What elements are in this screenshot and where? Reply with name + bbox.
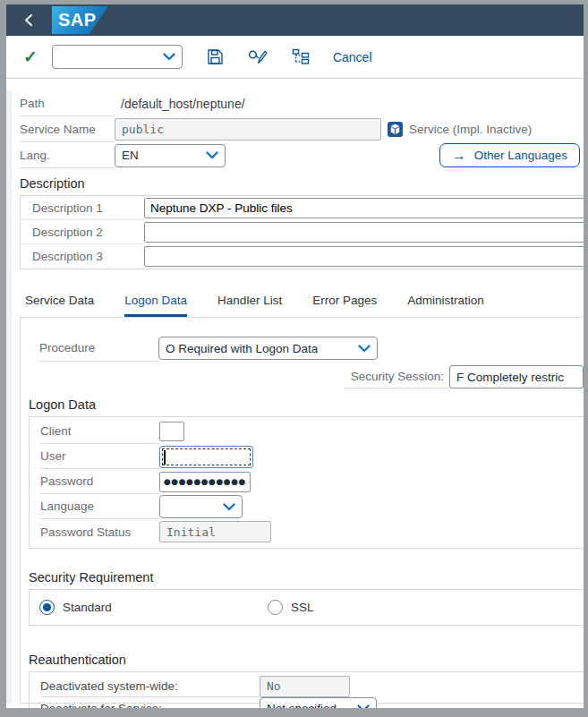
logon-data-section-title: Logon Data — [29, 397, 584, 417]
security-session-value: F Completely restric — [456, 371, 564, 384]
chevron-down-icon — [358, 345, 371, 353]
password-row: Password — [30, 469, 584, 494]
chevron-down-icon — [206, 151, 218, 159]
path-row: Path /default_host/neptune/ — [20, 90, 584, 116]
description-section-title: Description — [20, 176, 584, 196]
procedure-label: Procedure — [39, 335, 158, 362]
language-label: Language — [40, 494, 159, 519]
password-status-label: Password Status — [40, 519, 159, 544]
service-name-label: Service Name — [20, 116, 115, 142]
description-row-1: Description 1 — [21, 196, 584, 220]
header-form: Path /default_host/neptune/ Service Name… — [20, 90, 584, 168]
security-requirement-group: Standard SSL — [29, 590, 584, 626]
tab-strip: Service Data Logon Data Handler List Err… — [25, 294, 584, 317]
client-row: Client — [30, 419, 584, 444]
logon-data-group: Client User Password Language — [29, 417, 584, 549]
security-session-dropdown[interactable]: F Completely restric — [449, 365, 584, 388]
user-row: User — [30, 444, 584, 469]
text-caret — [164, 450, 166, 465]
description-group: Description 1 Description 2 Description … — [20, 196, 584, 269]
password-status-row: Password Status — [30, 519, 584, 544]
chevron-down-icon — [357, 704, 370, 713]
user-field[interactable] — [159, 446, 253, 468]
reauthentication-group: Deactivated system-wide: Deactivate for … — [29, 672, 584, 717]
client-label: Client — [40, 419, 159, 444]
tab-logon-data[interactable]: Logon Data — [124, 294, 187, 317]
description-row-3: Description 3 — [21, 244, 584, 269]
lang-dropdown[interactable]: EN — [115, 144, 226, 167]
language-row: Language — [30, 494, 584, 519]
security-session-row: Security Session: F Completely restric — [29, 365, 584, 388]
client-field[interactable] — [159, 422, 184, 441]
service-cube-icon — [388, 122, 403, 137]
radio-ssl-label: SSL — [291, 601, 314, 614]
shell-bar: SAP — [6, 4, 584, 36]
tab-service-data[interactable]: Service Data — [25, 294, 94, 317]
description-2-field[interactable] — [144, 222, 587, 243]
description-1-field[interactable] — [144, 198, 587, 218]
deactivate-service-dropdown[interactable]: Not specified — [260, 697, 377, 717]
other-languages-button[interactable]: → Other Languages — [439, 143, 580, 167]
language-dropdown[interactable] — [159, 495, 243, 518]
sap-logo-text: SAP — [58, 10, 97, 30]
radio-button[interactable] — [268, 600, 283, 615]
command-combobox[interactable] — [52, 45, 183, 69]
radio-button[interactable] — [39, 600, 55, 615]
back-button[interactable] — [17, 9, 40, 32]
logon-data-tab-panel: Procedure O Required with Logon Data Sec… — [20, 317, 584, 704]
reauthentication-section-title: Reauthentication — [29, 653, 584, 672]
tab-handler-list[interactable]: Handler List — [217, 294, 282, 317]
sap-logo: SAP — [52, 6, 108, 34]
radio-option-standard[interactable]: Standard — [39, 600, 268, 615]
description-1-label: Description 1 — [21, 196, 144, 220]
security-requirement-section-title: Security Requirement — [29, 570, 584, 590]
left-gutter — [6, 90, 12, 704]
service-name-row: Service Name Service (Impl. Inactive) — [20, 116, 584, 142]
chevron-left-icon — [23, 13, 35, 27]
other-languages-label: Other Languages — [474, 149, 567, 162]
system-wide-row: Deactivated system-wide: — [30, 675, 584, 697]
lang-dropdown-value: EN — [122, 149, 139, 162]
chevron-down-icon — [163, 53, 175, 61]
procedure-dropdown-value: O Required with Logon Data — [166, 342, 318, 355]
password-field[interactable] — [159, 472, 251, 492]
description-3-field[interactable] — [144, 246, 587, 267]
tab-administration[interactable]: Administration — [407, 294, 484, 317]
main-content: Path /default_host/neptune/ Service Name… — [6, 90, 584, 704]
description-row-2: Description 2 — [21, 220, 584, 244]
sicf-service-window: SAP ✓ — [0, 0, 588, 717]
procedure-row: Procedure O Required with Logon Data — [39, 335, 584, 362]
tab-error-pages[interactable]: Error Pages — [312, 294, 377, 317]
save-icon[interactable] — [207, 48, 224, 65]
lang-label: Lang. — [20, 142, 115, 168]
lang-row: Lang. EN → Other Languages — [20, 142, 584, 168]
deactivate-service-row: Deactivate for Service: Not specified — [30, 697, 584, 717]
user-label: User — [40, 444, 159, 469]
service-name-field[interactable] — [115, 118, 381, 141]
password-status-field[interactable] — [159, 521, 271, 542]
radio-standard-label: Standard — [63, 601, 112, 614]
password-label: Password — [40, 469, 159, 494]
checkmark-icon[interactable]: ✓ — [23, 47, 38, 67]
display-change-icon[interactable] — [248, 48, 268, 65]
chevron-down-icon — [223, 503, 235, 511]
deactivate-service-label: Deactivate for Service: — [40, 697, 260, 717]
security-session-inner: Security Session: F Completely restric — [344, 365, 584, 388]
system-wide-field[interactable] — [260, 676, 350, 697]
path-label: Path — [20, 90, 115, 116]
path-value: /default_host/neptune/ — [121, 97, 245, 111]
deactivate-service-value: Not specified — [267, 702, 337, 715]
toolbar: ✓ Cancel — [6, 36, 584, 79]
hierarchy-icon[interactable] — [292, 48, 310, 65]
security-session-label: Security Session: — [351, 370, 444, 383]
procedure-dropdown[interactable]: O Required with Logon Data — [158, 337, 378, 360]
cancel-button[interactable]: Cancel — [333, 50, 372, 64]
arrow-right-icon: → — [452, 148, 466, 164]
description-3-label: Description 3 — [21, 244, 144, 269]
description-2-label: Description 2 — [21, 220, 144, 244]
service-status-text: Service (Impl. Inactive) — [409, 123, 532, 136]
system-wide-label: Deactivated system-wide: — [40, 675, 260, 697]
radio-option-ssl[interactable]: SSL — [268, 600, 314, 615]
